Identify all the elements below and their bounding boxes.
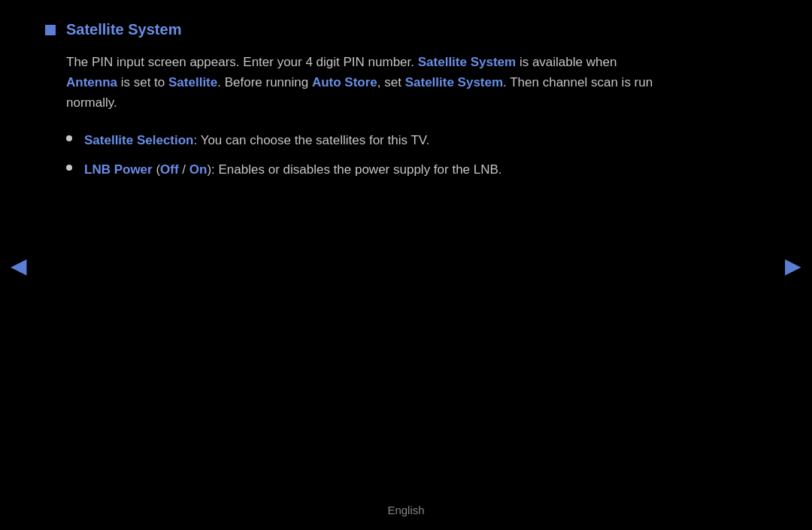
bullet-list: Satellite Selection: You can choose the … bbox=[45, 130, 662, 180]
main-content: Satellite System The PIN input screen ap… bbox=[0, 0, 722, 180]
bullet2-on: On bbox=[189, 162, 208, 177]
bullet2-label: LNB Power bbox=[84, 162, 153, 177]
bullet-dot-1 bbox=[66, 135, 72, 141]
footer-language: English bbox=[387, 504, 424, 516]
highlight-satellite-system-2: Satellite System bbox=[405, 75, 503, 89]
bullet2-body: ): Enables or disables the power supply … bbox=[207, 162, 501, 177]
body-text-part1: The PIN input screen appears. Enter your… bbox=[66, 55, 418, 69]
highlight-satellite: Satellite bbox=[168, 75, 217, 89]
title-square-icon bbox=[45, 25, 56, 35]
body-text-part3: is set to bbox=[117, 75, 168, 89]
bullet1-body: : You can choose the satellites for this… bbox=[194, 133, 430, 147]
bullet2-slash: / bbox=[179, 162, 189, 177]
bullet2-off: Off bbox=[160, 162, 179, 177]
nav-right-arrow[interactable]: ▶ bbox=[785, 253, 801, 277]
highlight-antenna: Antenna bbox=[66, 75, 117, 89]
highlight-satellite-system-1: Satellite System bbox=[418, 55, 516, 69]
bullet1-text: Satellite Selection: You can choose the … bbox=[84, 130, 429, 150]
highlight-auto-store: Auto Store bbox=[312, 75, 377, 89]
bullet2-text: LNB Power (Off / On): Enables or disable… bbox=[84, 159, 502, 180]
section-title-row: Satellite System bbox=[45, 21, 662, 38]
bullet2-paren-open: ( bbox=[153, 162, 160, 177]
nav-left-arrow[interactable]: ◀ bbox=[11, 253, 27, 277]
body-text-part2: is available when bbox=[520, 55, 617, 69]
body-text-part4: . Before running bbox=[217, 75, 312, 89]
list-item-satellite-selection: Satellite Selection: You can choose the … bbox=[66, 130, 662, 150]
section-title: Satellite System bbox=[66, 21, 181, 38]
body-text-part5: , set bbox=[377, 75, 405, 89]
bullet-dot-2 bbox=[66, 165, 72, 171]
body-paragraph: The PIN input screen appears. Enter your… bbox=[45, 52, 662, 114]
list-item-lnb-power: LNB Power (Off / On): Enables or disable… bbox=[66, 159, 662, 180]
bullet1-label: Satellite Selection bbox=[84, 133, 194, 147]
